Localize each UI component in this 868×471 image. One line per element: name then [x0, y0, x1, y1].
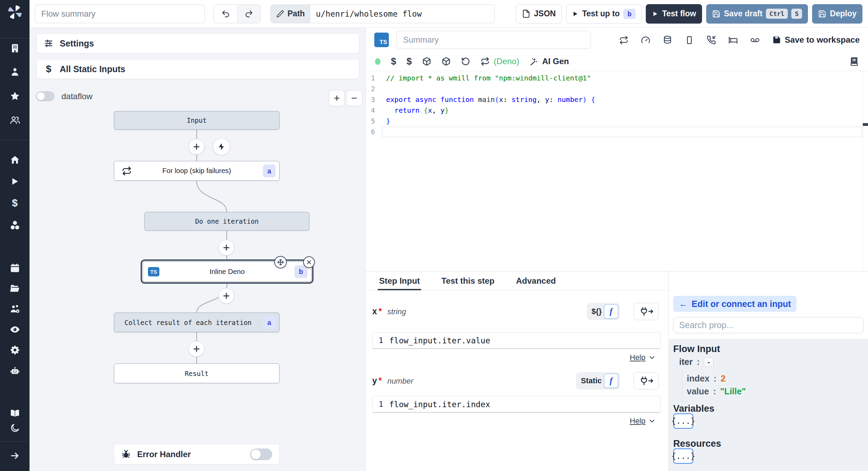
add-step-button[interactable]: [218, 240, 234, 256]
node-do-one-iteration[interactable]: Do one iteration: [144, 212, 309, 231]
eye-icon[interactable]: [10, 324, 20, 335]
library-icon[interactable]: [10, 408, 20, 418]
field-y-help-link[interactable]: Help: [630, 417, 656, 426]
add-step-button[interactable]: [189, 341, 205, 357]
folder-open-icon[interactable]: [10, 283, 20, 294]
tree-row-value[interactable]: value : "Lille": [687, 386, 746, 396]
arrow-right-icon[interactable]: [10, 451, 20, 461]
undo-redo-group: [214, 5, 261, 23]
field-x-mode-toggle[interactable]: ${} f: [587, 303, 620, 320]
move-node-button[interactable]: [274, 256, 287, 268]
test-flow-button[interactable]: Test flow: [646, 4, 702, 24]
field-y-connect-button[interactable]: [634, 372, 659, 389]
field-name: y: [372, 376, 377, 386]
search-prop-input[interactable]: [673, 317, 863, 333]
flow-summary-input[interactable]: [35, 5, 205, 23]
add-step-button[interactable]: [189, 139, 205, 155]
repeat-icon[interactable]: [619, 35, 628, 45]
save-icon: [818, 10, 826, 18]
code-line[interactable]: 5}: [366, 116, 868, 127]
runtime-group[interactable]: (Deno): [481, 57, 519, 66]
redo-icon: [244, 9, 253, 18]
field-x-connect-button[interactable]: [634, 303, 659, 320]
dollar-icon[interactable]: $: [391, 56, 396, 67]
field-x-expression-editor[interactable]: 1 flow_input.iter.value: [372, 332, 661, 349]
voicemail-icon[interactable]: [750, 35, 760, 45]
undo-button[interactable]: [214, 5, 237, 23]
zoom-in-button[interactable]: +: [329, 90, 345, 106]
dollar-icon[interactable]: $: [12, 198, 18, 208]
tab-test-this-step[interactable]: Test this step: [441, 272, 494, 290]
flow-settings-row[interactable]: Settings: [36, 33, 359, 53]
ai-gen-button[interactable]: AI Gen: [529, 57, 569, 66]
all-static-inputs-row[interactable]: $ All Static Inputs: [36, 59, 359, 79]
collapse-button[interactable]: -: [704, 357, 713, 367]
node-input[interactable]: Input: [114, 111, 279, 130]
dataflow-toggle[interactable]: [36, 91, 55, 101]
field-y-mode-toggle[interactable]: Static f: [576, 372, 620, 389]
phone-incoming-icon[interactable]: [707, 35, 716, 45]
path-group: Path: [270, 5, 495, 23]
tab-advanced[interactable]: Advanced: [516, 272, 556, 290]
deploy-button[interactable]: Deploy: [812, 4, 862, 24]
package-icon[interactable]: [422, 57, 431, 66]
field-y-expression-editor[interactable]: 1 flow_input.iter.index: [372, 396, 661, 413]
node-for-loop[interactable]: For loop (skip failures) a: [114, 161, 279, 181]
zoom-out-button[interactable]: −: [346, 90, 362, 106]
boxes-icon[interactable]: [10, 220, 20, 230]
code-line[interactable]: 4 return {x, y}: [366, 105, 868, 116]
redo-button[interactable]: [237, 5, 260, 23]
function-mode-button[interactable]: f: [604, 304, 618, 319]
settings-gear-icon[interactable]: [10, 345, 20, 355]
resources-expand-button[interactable]: {...}: [673, 448, 693, 464]
tab-step-input[interactable]: Step Input: [379, 272, 420, 290]
building-icon[interactable]: [10, 43, 20, 53]
summary-input[interactable]: [397, 31, 591, 49]
package-icon[interactable]: [442, 57, 451, 66]
error-handler-label: Error Handler: [137, 449, 191, 459]
users-icon[interactable]: [10, 115, 20, 125]
json-button[interactable]: JSON: [516, 4, 562, 24]
code-area[interactable]: 1// import * as wmill from "npm:windmill…: [366, 71, 868, 271]
save-draft-button[interactable]: Save draft Ctrl S: [706, 4, 808, 24]
edit-or-connect-chip[interactable]: ← Edit or connect an input: [673, 296, 796, 312]
node-collect-result[interactable]: Collect result of each iteration a: [114, 312, 279, 332]
book-icon[interactable]: [849, 57, 859, 66]
users-settings-icon[interactable]: [10, 304, 20, 314]
bed-icon[interactable]: [728, 35, 738, 45]
tree-row-index[interactable]: index : 2: [687, 374, 726, 384]
code-line[interactable]: 6: [366, 127, 868, 137]
dollar-icon[interactable]: $: [407, 56, 412, 67]
home-icon[interactable]: [10, 155, 20, 165]
user-icon[interactable]: [10, 67, 20, 77]
code-line[interactable]: 2: [366, 84, 868, 94]
save-to-workspace-button[interactable]: Save to workspace: [772, 35, 860, 45]
calendar-icon[interactable]: [10, 263, 20, 273]
moon-icon[interactable]: [10, 423, 20, 433]
node-result[interactable]: Result: [114, 363, 279, 383]
code-line[interactable]: 3export async function main(x: string, y…: [366, 94, 868, 105]
smartphone-icon[interactable]: [685, 35, 694, 45]
tree-row-iter[interactable]: iter : -: [679, 357, 713, 367]
chevron-down-icon: [648, 354, 656, 361]
overview-ruler[interactable]: [863, 71, 868, 271]
variables-expand-button[interactable]: {...}: [673, 413, 693, 429]
add-step-button[interactable]: [218, 288, 234, 304]
bot-icon[interactable]: [10, 366, 20, 376]
path-pill[interactable]: Path: [271, 5, 310, 23]
rotate-ccw-icon[interactable]: [461, 57, 470, 66]
error-handler-toggle[interactable]: [250, 448, 272, 460]
delete-node-button[interactable]: [303, 256, 315, 268]
function-mode-button[interactable]: f: [604, 374, 618, 388]
windmill-logo-icon[interactable]: [7, 4, 23, 20]
code-line[interactable]: 1// import * as wmill from "npm:windmill…: [366, 73, 868, 84]
error-handler-row[interactable]: Error Handler: [114, 444, 279, 464]
gauge-icon[interactable]: [641, 35, 650, 45]
trigger-button[interactable]: [213, 138, 230, 155]
test-up-to-button[interactable]: Test up to b: [566, 4, 642, 24]
database-icon[interactable]: [663, 35, 672, 45]
field-x-help-link[interactable]: Help: [630, 353, 656, 362]
play-icon[interactable]: [10, 176, 20, 187]
path-input[interactable]: [310, 5, 494, 23]
star-icon[interactable]: [10, 91, 20, 101]
